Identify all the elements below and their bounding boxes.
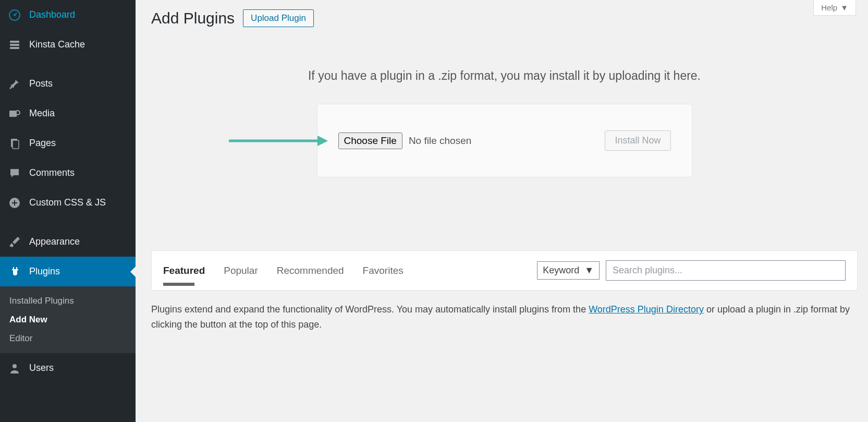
sidebar-submenu-plugins: Installed Plugins Add New Editor (0, 286, 136, 353)
main-content: Help ▼ Add Plugins Upload Plugin If you … (136, 0, 868, 422)
admin-sidebar: Dashboard Kinsta Cache Posts Media Page (0, 0, 136, 422)
upload-box: Choose File No file chosen Install Now (317, 104, 692, 177)
sidebar-item-label: Pages (29, 138, 56, 149)
search-plugins-input[interactable] (606, 260, 846, 281)
upload-panel: If you have a plugin in a .zip format, y… (151, 69, 858, 177)
pages-icon (7, 136, 22, 151)
sidebar-item-label: Plugins (29, 266, 60, 277)
svg-rect-3 (10, 44, 19, 46)
svg-marker-12 (317, 136, 328, 146)
sidebar-item-custom-css-js[interactable]: Custom CSS & JS (0, 188, 136, 218)
sidebar-item-posts[interactable]: Posts (0, 69, 136, 99)
svg-rect-4 (10, 47, 19, 49)
submenu-add-new[interactable]: Add New (0, 310, 136, 329)
svg-rect-2 (10, 41, 19, 43)
kinsta-icon (7, 38, 22, 52)
page-title: Add Plugins (151, 9, 235, 27)
sidebar-item-label: Kinsta Cache (29, 39, 85, 50)
sidebar-item-label: Posts (29, 78, 53, 89)
sidebar-item-label: Media (29, 108, 55, 119)
plus-circle-icon (7, 196, 22, 210)
svg-point-1 (14, 14, 16, 16)
sidebar-item-dashboard[interactable]: Dashboard (0, 0, 136, 30)
upload-message: If you have a plugin in a .zip format, y… (151, 69, 858, 83)
plug-icon (7, 264, 22, 279)
submenu-editor[interactable]: Editor (0, 329, 136, 348)
sidebar-item-kinsta-cache[interactable]: Kinsta Cache (0, 30, 136, 59)
filter-bar: Featured Popular Recommended Favorites K… (151, 250, 858, 291)
sidebar-item-pages[interactable]: Pages (0, 128, 136, 158)
pin-icon (7, 77, 22, 91)
sidebar-item-users[interactable]: Users (0, 353, 136, 383)
media-icon (7, 106, 22, 121)
sidebar-item-comments[interactable]: Comments (0, 158, 136, 188)
file-status-text: No file chosen (409, 135, 471, 147)
sidebar-item-appearance[interactable]: Appearance (0, 227, 136, 257)
annotation-arrow-icon (229, 133, 328, 149)
sidebar-item-label: Appearance (29, 236, 80, 247)
sidebar-item-label: Users (29, 363, 54, 373)
svg-rect-8 (13, 140, 19, 149)
upload-plugin-button[interactable]: Upload Plugin (243, 9, 314, 27)
submenu-installed-plugins[interactable]: Installed Plugins (0, 292, 136, 310)
install-now-button[interactable]: Install Now (605, 130, 670, 151)
comments-icon (7, 166, 22, 180)
sidebar-item-label: Comments (29, 167, 75, 178)
sidebar-item-label: Custom CSS & JS (29, 197, 106, 208)
tab-favorites[interactable]: Favorites (363, 265, 404, 286)
chevron-down-icon: ▼ (840, 3, 848, 12)
brush-icon (7, 235, 22, 249)
sidebar-item-plugins[interactable]: Plugins (0, 257, 136, 286)
keyword-label: Keyword (543, 265, 579, 276)
search-type-select[interactable]: Keyword ▼ (537, 261, 600, 280)
plugins-description: Plugins extend and expand the functional… (151, 302, 858, 332)
help-tab[interactable]: Help ▼ (813, 0, 856, 16)
dashboard-icon (7, 8, 22, 22)
sidebar-item-media[interactable]: Media (0, 99, 136, 128)
tab-popular[interactable]: Popular (224, 265, 258, 286)
users-icon (7, 361, 22, 376)
tab-recommended[interactable]: Recommended (277, 265, 344, 286)
sidebar-item-label: Dashboard (29, 9, 75, 20)
chevron-down-icon: ▼ (584, 265, 594, 276)
wp-plugin-directory-link[interactable]: WordPress Plugin Directory (589, 304, 704, 315)
svg-point-10 (13, 364, 17, 368)
desc-text-pre: Plugins extend and expand the functional… (151, 304, 589, 315)
choose-file-button[interactable]: Choose File (338, 132, 402, 149)
tab-featured[interactable]: Featured (163, 265, 205, 286)
help-label: Help (821, 3, 837, 12)
